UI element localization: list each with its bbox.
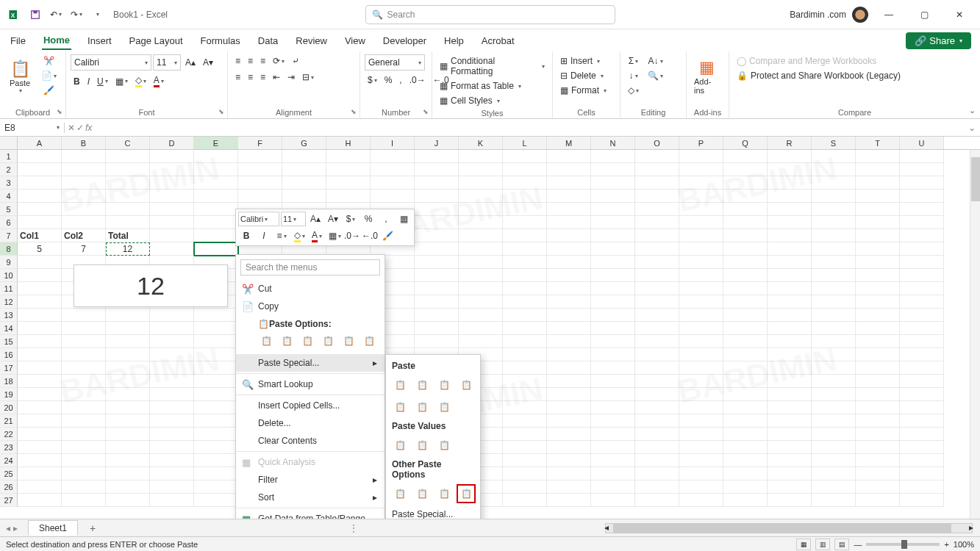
cell[interactable] <box>768 190 812 203</box>
cell[interactable] <box>635 322 679 335</box>
cell[interactable] <box>900 401 944 414</box>
cell[interactable] <box>900 203 944 216</box>
cell[interactable] <box>812 309 856 322</box>
cell[interactable] <box>591 414 635 428</box>
cell[interactable] <box>768 361 812 375</box>
spreadsheet-grid[interactable]: ABCDEFGHIJKLMNOPQRSTU 1234567Col1Col2Tot… <box>0 137 980 507</box>
cell[interactable] <box>723 414 768 428</box>
addins-button[interactable]: ▦ Add-ins <box>691 54 722 98</box>
cell[interactable]: 7 <box>62 242 106 256</box>
cell[interactable] <box>635 309 679 322</box>
cell[interactable] <box>503 203 547 216</box>
cell[interactable] <box>150 454 194 467</box>
cell[interactable] <box>723 282 768 295</box>
cell[interactable] <box>547 203 591 216</box>
cell[interactable] <box>503 454 547 467</box>
cell[interactable] <box>768 454 812 467</box>
cell[interactable] <box>106 203 150 216</box>
column-header[interactable]: G <box>282 137 326 149</box>
cell[interactable] <box>723 388 768 401</box>
fx-icon[interactable]: fx <box>85 123 92 133</box>
sub-paste-link[interactable]: 📋 <box>412 484 432 503</box>
ctx-copy[interactable]: 📄Copy <box>236 298 385 315</box>
cell[interactable] <box>591 428 635 441</box>
column-header[interactable]: F <box>238 137 282 149</box>
cell[interactable] <box>723 428 768 441</box>
cell[interactable] <box>62 190 106 203</box>
fill-color-button[interactable]: ◇▾ <box>132 73 149 89</box>
cell[interactable] <box>62 375 106 388</box>
fill-button[interactable]: ↓▾ <box>625 69 642 82</box>
cell[interactable] <box>812 163 856 176</box>
cell[interactable] <box>194 467 238 480</box>
sub-values-number[interactable]: 📋 <box>412 436 432 455</box>
cell[interactable] <box>679 216 723 229</box>
cell[interactable] <box>723 216 768 229</box>
cell[interactable] <box>459 282 503 295</box>
cell[interactable]: Col1 <box>18 229 62 242</box>
cell[interactable] <box>812 216 856 229</box>
cell[interactable] <box>768 414 812 428</box>
row-header[interactable]: 16 <box>0 348 18 361</box>
cell[interactable] <box>900 190 944 203</box>
ctx-smart-lookup[interactable]: 🔍Smart Lookup <box>236 375 385 393</box>
undo-button[interactable]: ↶▾ <box>47 6 65 24</box>
cell[interactable] <box>679 467 723 480</box>
mini-decrease-decimal[interactable]: ←.0 <box>362 228 378 243</box>
cell[interactable] <box>768 348 812 361</box>
cell[interactable] <box>768 295 812 309</box>
cell[interactable] <box>812 348 856 361</box>
cell[interactable] <box>900 494 944 507</box>
cell[interactable] <box>415 256 459 269</box>
cell[interactable] <box>62 176 106 190</box>
cell[interactable] <box>415 176 459 190</box>
font-launcher[interactable]: ⬊ <box>218 108 224 115</box>
cell[interactable] <box>591 190 635 203</box>
cell[interactable] <box>503 150 547 163</box>
cell[interactable] <box>856 150 900 163</box>
cell[interactable] <box>18 388 62 401</box>
cell[interactable] <box>503 256 547 269</box>
cell[interactable] <box>18 190 62 203</box>
cell[interactable] <box>62 203 106 216</box>
cell[interactable] <box>194 203 238 216</box>
cell[interactable] <box>856 216 900 229</box>
cell[interactable] <box>18 295 62 309</box>
row-header[interactable]: 2 <box>0 163 18 176</box>
cell[interactable] <box>679 322 723 335</box>
ctx-clear-contents[interactable]: Clear Contents <box>236 432 385 450</box>
context-search[interactable]: Search the menus <box>240 259 380 276</box>
cell[interactable] <box>150 401 194 414</box>
zoom-out-button[interactable]: — <box>854 540 862 549</box>
cell[interactable] <box>635 467 679 480</box>
cell[interactable] <box>106 190 150 203</box>
cell[interactable] <box>723 229 768 242</box>
cell[interactable] <box>62 441 106 454</box>
cell[interactable] <box>18 414 62 428</box>
row-header[interactable]: 20 <box>0 401 18 414</box>
cell[interactable] <box>106 441 150 454</box>
tab-review[interactable]: Review <box>294 32 329 49</box>
cell[interactable] <box>591 348 635 361</box>
cell[interactable] <box>900 176 944 190</box>
cell[interactable] <box>18 335 62 348</box>
compare-merge-button[interactable]: ◯Compare and Merge Workbooks <box>734 54 879 68</box>
sub-formatting[interactable]: 📋 <box>390 484 409 503</box>
cell[interactable] <box>856 480 900 494</box>
cell[interactable] <box>812 361 856 375</box>
cell[interactable] <box>812 150 856 163</box>
column-header[interactable]: I <box>371 137 415 149</box>
cell[interactable] <box>18 494 62 507</box>
cell[interactable] <box>856 163 900 176</box>
cell[interactable] <box>18 361 62 375</box>
cell[interactable] <box>635 494 679 507</box>
qat-customize[interactable]: ▾ <box>88 6 106 24</box>
cell[interactable] <box>18 375 62 388</box>
cell[interactable] <box>900 295 944 309</box>
clear-button[interactable]: ◇▾ <box>625 84 642 97</box>
column-header[interactable]: E <box>194 137 238 149</box>
cell[interactable] <box>679 335 723 348</box>
cell[interactable] <box>591 454 635 467</box>
cell[interactable] <box>106 401 150 414</box>
row-header[interactable]: 21 <box>0 414 18 428</box>
